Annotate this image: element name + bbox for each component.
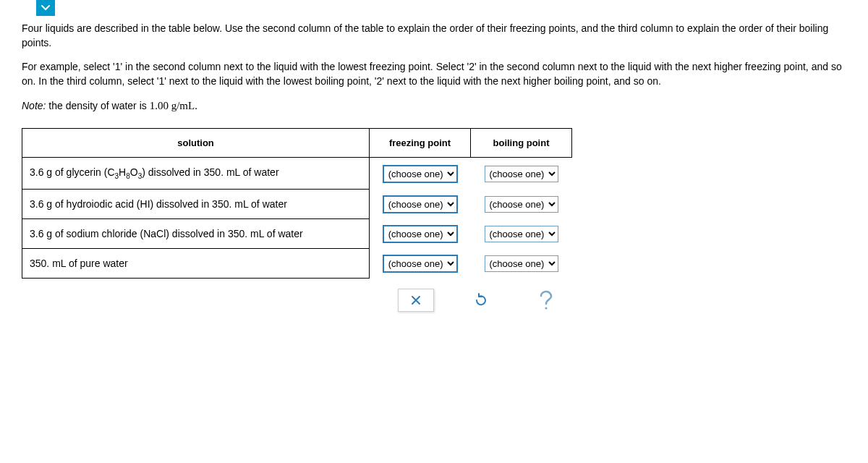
boiling-select-2[interactable]: (choose one) bbox=[485, 196, 558, 213]
boiling-select-3[interactable]: (choose one) bbox=[485, 226, 558, 242]
header-freezing: freezing point bbox=[370, 129, 471, 158]
question-icon bbox=[538, 290, 554, 310]
solution-cell: 3.6 g of hydroiodic acid (HI) dissolved … bbox=[22, 190, 370, 219]
help-button[interactable] bbox=[528, 289, 564, 312]
instruction-note: Note: the density of water is 1.00 g/mL. bbox=[22, 98, 846, 114]
table-row: 3.6 g of glycerin (C3H8O3) dissolved in … bbox=[22, 158, 572, 190]
boiling-select-4[interactable]: (choose one) bbox=[485, 255, 558, 272]
solution-text: 350. mL of pure water bbox=[30, 258, 128, 269]
solution-text: 3.6 g of glycerin (C bbox=[30, 166, 115, 178]
action-row bbox=[398, 289, 846, 312]
instruction-paragraph-2: For example, select '1' in the second co… bbox=[22, 60, 846, 88]
solution-text: O bbox=[130, 166, 138, 178]
instruction-block: Four liquids are described in the table … bbox=[22, 22, 846, 114]
freezing-select-4[interactable]: (choose one) bbox=[383, 255, 458, 273]
chevron-down-icon bbox=[41, 4, 51, 12]
collapse-toggle[interactable] bbox=[36, 0, 55, 16]
solution-cell: 3.6 g of glycerin (C3H8O3) dissolved in … bbox=[22, 158, 370, 190]
solution-text: ) dissolved in 350. mL of water bbox=[142, 166, 278, 178]
freezing-select-2[interactable]: (choose one) bbox=[383, 195, 458, 213]
solution-cell: 3.6 g of sodium chloride (NaCl) dissolve… bbox=[22, 219, 370, 249]
freezing-select-1[interactable]: (choose one) bbox=[383, 165, 458, 183]
undo-icon bbox=[474, 293, 488, 307]
table-row: 3.6 g of hydroiodic acid (HI) dissolved … bbox=[22, 190, 572, 219]
close-icon bbox=[410, 294, 422, 306]
solution-cell: 350. mL of pure water bbox=[22, 249, 370, 279]
header-boiling: boiling point bbox=[471, 129, 572, 158]
freezing-select-3[interactable]: (choose one) bbox=[383, 225, 458, 243]
solution-text: H bbox=[119, 166, 126, 178]
solution-text: 3.6 g of hydroiodic acid (HI) dissolved … bbox=[30, 198, 287, 210]
clear-button[interactable] bbox=[398, 289, 434, 312]
boiling-select-1[interactable]: (choose one) bbox=[485, 166, 558, 182]
solution-text: 3.6 g of sodium chloride (NaCl) dissolve… bbox=[30, 228, 303, 239]
note-text: the density of water is bbox=[46, 100, 149, 111]
note-label: Note: bbox=[22, 100, 46, 111]
reset-button[interactable] bbox=[463, 289, 499, 312]
instruction-paragraph-1: Four liquids are described in the table … bbox=[22, 22, 846, 50]
svg-point-0 bbox=[545, 307, 547, 310]
header-solution: solution bbox=[22, 129, 370, 158]
density-value: 1.00 g/mL. bbox=[150, 100, 197, 111]
table-row: 350. mL of pure water (choose one) (choo… bbox=[22, 249, 572, 279]
table-row: 3.6 g of sodium chloride (NaCl) dissolve… bbox=[22, 219, 572, 249]
solution-table: solution freezing point boiling point 3.… bbox=[22, 128, 572, 279]
